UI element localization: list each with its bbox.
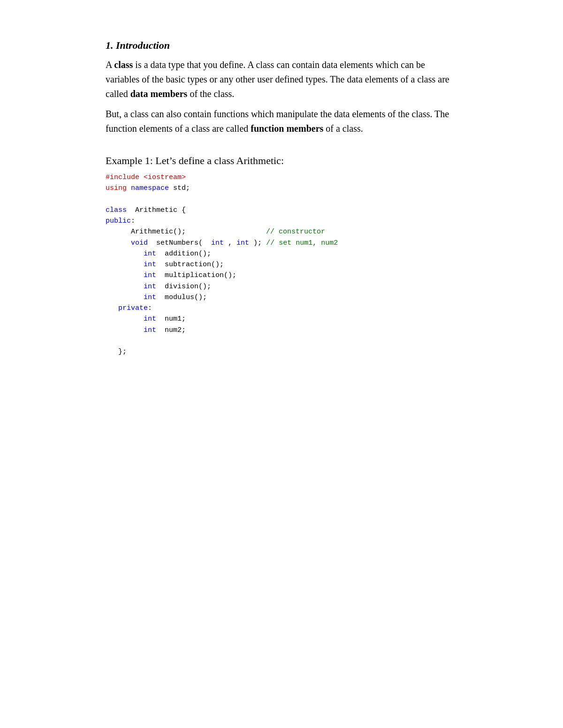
function-members-bold: function members xyxy=(251,123,323,134)
int-keyword-8: int xyxy=(144,315,156,323)
example-heading: Example 1: Let’s define a class Arithmet… xyxy=(106,153,457,168)
intro-paragraph-2: But, a class can also contain functions … xyxy=(106,107,457,136)
comment-constructor: // constructor xyxy=(266,228,325,236)
section-title: 1. Introduction xyxy=(106,38,457,53)
intro-paragraph-1: A class is a data type that you define. … xyxy=(106,58,457,101)
private-keyword: private xyxy=(118,304,148,312)
int-keyword-7: int xyxy=(144,293,156,301)
int-keyword-3: int xyxy=(144,250,156,258)
text-of-class: of the class. xyxy=(187,89,234,99)
text-of-a-class: of a class. xyxy=(323,123,363,134)
int-keyword-6: int xyxy=(144,283,156,291)
code-block: #include <iostream> using namespace std;… xyxy=(106,172,457,357)
comment-setnumbers: // set num1, num2 xyxy=(266,239,338,247)
int-keyword-1: int xyxy=(211,239,224,247)
public-keyword: public xyxy=(106,217,131,225)
void-keyword: void xyxy=(131,239,148,247)
int-keyword-4: int xyxy=(144,261,156,269)
class-keyword: class xyxy=(106,206,127,214)
data-members-bold: data members xyxy=(130,89,188,99)
class-bold: class xyxy=(114,60,133,70)
int-keyword-9: int xyxy=(144,326,156,334)
namespace-keyword: namespace xyxy=(131,184,169,192)
using-keyword: using xyxy=(106,184,127,192)
page-container: 1. Introduction A class is a data type t… xyxy=(59,0,504,395)
int-keyword-2: int xyxy=(236,239,249,247)
text-a: A xyxy=(106,60,114,70)
int-keyword-5: int xyxy=(144,271,156,279)
include-directive: #include <iostream> xyxy=(106,173,186,181)
